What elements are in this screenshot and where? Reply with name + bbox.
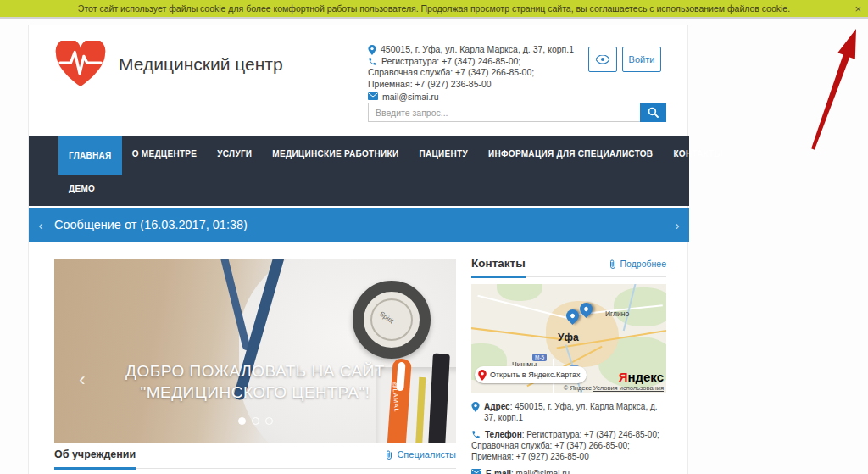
search-input[interactable] (368, 103, 640, 122)
paperclip-icon (609, 259, 617, 269)
search-button[interactable] (640, 103, 666, 122)
map-terms-link[interactable]: Условия использования (593, 384, 664, 392)
contacts-title: Контакты (471, 257, 526, 278)
header-email-link[interactable]: mail@simai.ru (382, 92, 439, 103)
page-container: Медицинский центр 450015, г. Уфа, ул. Ка… (28, 25, 688, 474)
phone-value-line1: : Регистратура: +7 (347) 246-85-00; (522, 430, 659, 439)
specialists-link[interactable]: Специалисты (385, 449, 456, 460)
address-row: Адрес: 450015, г. Уфа, ул. Карла Маркса,… (471, 401, 666, 423)
red-pin-icon (478, 370, 487, 381)
main-nav: ГЛАВНАЯ О МЕДЦЕНТРЕ УСЛУГИ МЕДИЦИНСКИЕ Р… (29, 136, 689, 206)
cookie-banner: Этот сайт использует файлы cookie для бо… (0, 0, 868, 19)
carousel: Spirit @LAMAL ‹ › ДОБРО ПОЖАЛОВАТЬ НА СА… (54, 259, 456, 443)
open-in-yandex-maps-label: Открыть в Яндекс.Картах (490, 371, 580, 379)
paperclip-icon (385, 450, 393, 460)
contacts-panel: Контакты Подробнее (471, 257, 666, 277)
eye-icon (596, 55, 609, 64)
map-city-label: Уфа (558, 332, 579, 343)
carousel-caption-line1: ДОБРО ПОЖАЛОВАТЬ НА САЙТ (54, 360, 456, 382)
carousel-dot-1[interactable] (238, 417, 246, 425)
message-bar: ‹ Сообщение от (16.03.2017, 01:38) › (29, 208, 689, 242)
header: Медицинский центр 450015, г. Уфа, ул. Ка… (29, 25, 687, 136)
header-phone-line3: Приемная: +7 (927) 236-85-00 (368, 79, 605, 91)
nav-item-main[interactable]: ГЛАВНАЯ (58, 136, 122, 175)
yandex-map[interactable]: Иглино Чишмы Уфа М-5 ✈ Открыть в Яндекс.… (471, 284, 666, 393)
header-address-row: 450015, г. Уфа, ул. Карла Маркса, д. 37,… (368, 44, 605, 56)
map-copyright: © Яндекс Условия использования (564, 384, 664, 392)
message-next-icon[interactable]: › (667, 208, 687, 242)
annotation-arrow (802, 20, 868, 165)
phone-value-line2: Справочная служба: +7 (347) 266-85-00; (471, 440, 666, 451)
phone-value-line3: Приемная: +7 (927) 236-85-00 (471, 451, 666, 462)
header-phone-line1: Регистратура: +7 (347) 246-85-00; (381, 56, 520, 68)
header-buttons: Войти (588, 47, 661, 72)
map-road-badge: М-5 (532, 354, 547, 361)
heart-logo-icon (54, 41, 107, 88)
nav-row2: ДЕМО (29, 171, 689, 206)
nav-item-about-center[interactable]: О МЕДЦЕНТРЕ (122, 136, 208, 171)
search-icon (648, 107, 659, 118)
tab-about-institution[interactable]: Об учреждении (54, 449, 136, 470)
address-value: : 450015, г. Уфа, ул. Карла Маркса, д. 3… (484, 402, 658, 422)
accessibility-eye-button[interactable] (588, 47, 617, 72)
carousel-dot-2[interactable] (252, 417, 259, 425)
login-button[interactable]: Войти (622, 47, 661, 72)
logo[interactable]: Медицинский центр (54, 41, 283, 88)
phone-label: Телефон (485, 430, 522, 439)
email-link[interactable]: mail@simai.ru (516, 469, 570, 474)
nav-item-contacts[interactable]: КОНТАКТЫ (663, 136, 732, 171)
map-copyright-text: © Яндекс (564, 384, 592, 392)
envelope-icon (471, 469, 481, 474)
message-text: Сообщение от (16.03.2017, 01:38) (54, 218, 248, 231)
contacts-more-label: Подробнее (620, 259, 666, 269)
about-section-tabs: Об учреждении Специалисты (54, 447, 456, 469)
carousel-dots (54, 417, 456, 425)
phone-row: Телефон: Регистратура: +7 (347) 246-85-0… (471, 429, 666, 440)
nav-item-patient[interactable]: ПАЦИЕНТУ (409, 136, 478, 171)
cookie-banner-text: Этот сайт использует файлы cookie для бо… (78, 3, 790, 14)
nav-item-staff[interactable]: МЕДИЦИНСКИЕ РАБОТНИКИ (262, 136, 409, 171)
stethoscope-chestpiece-shape: Spirit (353, 281, 431, 359)
carousel-caption: ДОБРО ПОЖАЛОВАТЬ НА САЙТ "МЕДИЦИНСКОГО Ц… (54, 360, 456, 403)
yandex-logo[interactable]: Яндекс (619, 370, 664, 384)
phone-icon (368, 57, 377, 66)
email-label: E-mail (486, 469, 511, 474)
address-label: Адрес (484, 402, 510, 411)
message-prev-icon[interactable]: ‹ (31, 208, 51, 242)
map-town-label: Иглино (605, 309, 629, 318)
map-forest-shape (497, 284, 542, 301)
envelope-icon (368, 92, 378, 100)
nav-item-services[interactable]: УСЛУГИ (207, 136, 262, 171)
header-phone-row: Регистратура: +7 (347) 246-85-00; (368, 56, 605, 68)
contacts-more-link[interactable]: Подробнее (609, 259, 666, 269)
search-bar (368, 103, 666, 122)
site-title: Медицинский центр (119, 54, 283, 75)
location-pin-icon (368, 45, 376, 55)
screen: Этот сайт использует файлы cookie для бо… (0, 0, 868, 474)
header-email-row: mail@simai.ru (368, 92, 605, 103)
nav-item-demo[interactable]: ДЕМО (58, 171, 105, 206)
close-icon[interactable]: × (854, 3, 861, 15)
carousel-dot-3[interactable] (265, 417, 273, 425)
open-in-yandex-maps-link[interactable]: Открыть в Яндекс.Картах (475, 366, 587, 383)
nav-row1: ГЛАВНАЯ О МЕДЦЕНТРЕ УСЛУГИ МЕДИЦИНСКИЕ Р… (29, 136, 689, 171)
contacts-address-block: Адрес: 450015, г. Уфа, ул. Карла Маркса,… (471, 401, 666, 474)
email-row: E-mail: mail@simai.ru (471, 468, 666, 474)
location-pin-icon (471, 402, 480, 412)
contacts-panel-header: Контакты Подробнее (471, 257, 666, 277)
phone-icon (471, 430, 481, 439)
header-address: 450015, г. Уфа, ул. Карла Маркса, д. 37,… (381, 44, 574, 56)
header-contact-info: 450015, г. Уфа, ул. Карла Маркса, д. 37,… (368, 44, 605, 103)
specialists-link-label: Специалисты (397, 449, 456, 460)
carousel-caption-line2: "МЕДИЦИНСКОГО ЦЕНТРА"! (54, 382, 456, 403)
header-phone-line2: Справочная служба: +7 (347) 266-85-00; (368, 67, 605, 79)
nav-item-specialist-info[interactable]: ИНФОРМАЦИЯ ДЛЯ СПЕЦИАЛИСТОВ (478, 136, 663, 171)
